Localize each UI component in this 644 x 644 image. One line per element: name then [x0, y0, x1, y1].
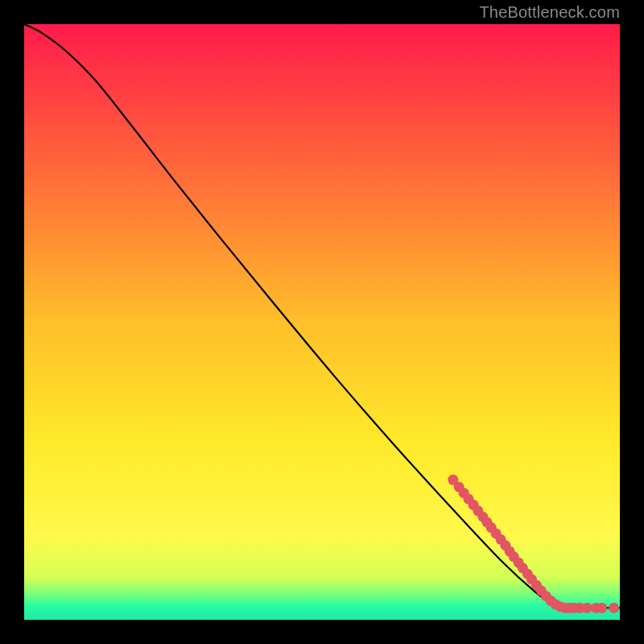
highlight-dot	[582, 603, 592, 613]
highlight-dot	[609, 603, 619, 613]
watermark-text: TheBottleneck.com	[479, 3, 620, 22]
chart-frame: TheBottleneck.com	[0, 0, 644, 644]
gradient-background	[24, 24, 620, 620]
chart-svg	[24, 24, 620, 620]
highlight-dot	[597, 603, 607, 613]
plot-area	[24, 24, 620, 620]
